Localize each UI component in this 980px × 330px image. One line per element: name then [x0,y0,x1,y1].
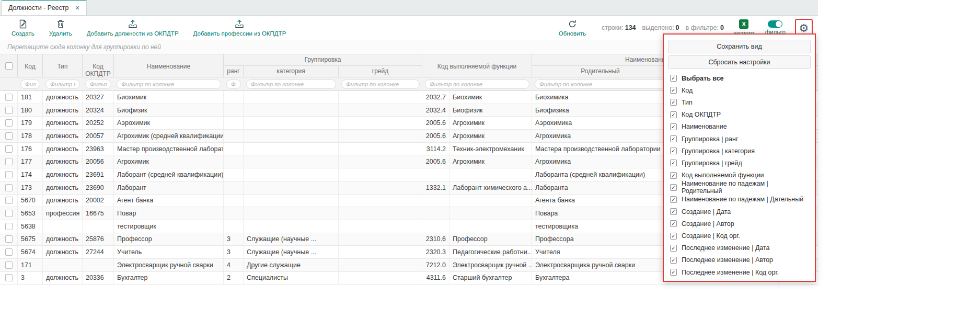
row-checkbox[interactable] [5,261,13,269]
filter-input-grade[interactable] [341,79,420,89]
row-checkbox[interactable] [5,119,13,127]
checkbox-checked-icon[interactable] [670,123,677,130]
filter-input-okpdtr[interactable] [85,79,111,89]
save-view-button[interactable]: Сохранить вид [668,40,811,53]
close-icon[interactable]: ✕ [75,5,79,11]
create-button[interactable]: Создать [4,16,42,40]
checkbox-checked-icon[interactable] [670,245,677,252]
row-checkbox[interactable] [5,197,13,204]
header-grade[interactable]: грейд [339,66,422,77]
header-genitive[interactable]: Родительный [532,66,669,77]
row-checkbox[interactable] [5,184,13,191]
row-checkbox[interactable] [5,107,13,114]
filter-input-type[interactable] [45,79,80,89]
cell-function-name: Техник-электромеханик [449,143,532,155]
filter-input-genitive[interactable] [535,79,666,89]
filter-input-rank[interactable] [226,79,241,89]
checkbox-checked-icon[interactable] [670,75,677,82]
cell-name: Профессор [114,233,224,246]
column-visibility-item[interactable]: Наименование по падежам | Дательный [664,194,815,206]
column-visibility-item[interactable]: Последнее изменение | Автор [664,254,815,266]
filter-input-name[interactable] [117,79,221,89]
cell-type: должность [43,181,83,194]
column-visibility-item[interactable]: Группировка | грейд [664,157,815,169]
header-category[interactable]: категория [244,66,339,77]
add-positions-okpdtr-button[interactable]: Добавить должности из ОКПДТР [79,16,186,40]
toggle-switch-icon[interactable] [768,20,782,28]
column-visibility-item[interactable]: Наименование по падежам | Родительный [664,181,815,194]
cell-code: 174 [18,168,43,181]
checkbox-checked-icon[interactable] [670,135,677,142]
reset-settings-button[interactable]: Сбросить настройки [668,55,811,69]
cell-name: Учитель [114,246,224,258]
checkbox-checked-icon[interactable] [670,99,677,106]
checkbox-checked-icon[interactable] [670,220,677,227]
cell-rank [224,181,244,194]
filter-input-category[interactable] [246,79,336,89]
column-visibility-item[interactable]: Код ОКПДТР [664,109,815,121]
checkbox-checked-icon[interactable] [670,147,677,154]
checkbox-checked-icon[interactable] [670,111,677,118]
row-checkbox[interactable] [5,274,13,281]
cell-genitive: Агрохимика [532,155,669,168]
checkbox-checked-icon[interactable] [670,233,677,240]
delete-button[interactable]: Удалить [42,16,79,40]
checkbox-checked-icon[interactable] [670,257,677,264]
header-type[interactable]: Тип [43,54,83,77]
row-checkbox[interactable] [5,94,13,101]
select-all-checkbox[interactable] [5,62,13,70]
cell-name: тестировщик [114,220,224,233]
column-visibility-item[interactable]: Код выполняемой функции [664,169,815,181]
cell-rank [224,130,244,142]
row-checkbox[interactable] [5,235,13,243]
filter-input-code[interactable] [20,79,40,89]
header-function-code[interactable]: Код выполняемой функции [422,54,532,77]
header-code[interactable]: Код [18,54,43,77]
filter-input-function[interactable] [425,79,529,89]
cell-function-name [449,207,532,220]
checkbox-checked-icon[interactable] [670,196,677,203]
column-visibility-item[interactable]: Последнее изменение | Дата [664,242,815,254]
checkbox-checked-icon[interactable] [670,172,677,179]
checkbox-checked-icon[interactable] [670,269,677,276]
row-checkbox[interactable] [5,248,13,256]
checkbox-checked-icon[interactable] [670,184,677,191]
header-rank[interactable]: ранг [224,66,244,77]
row-checkbox[interactable] [5,223,13,230]
filter-toggle[interactable]: фильтр [764,20,787,35]
column-visibility-item[interactable]: Создание | Автор [664,218,815,230]
add-professions-okpdtr-button[interactable]: Добавить профессии из ОКПДТР [186,16,294,40]
header-name[interactable]: Наименование [114,54,224,77]
row-checkbox[interactable] [5,145,13,153]
row-checkbox[interactable] [5,158,13,165]
row-select-cell [0,259,18,271]
checkbox-checked-icon[interactable] [670,160,677,166]
checkbox-checked-icon[interactable] [670,208,677,215]
row-checkbox[interactable] [5,132,13,140]
tab-bar: Должности - Реестр ✕ [0,0,818,16]
refresh-button[interactable]: Обновить [551,19,593,37]
column-visibility-item[interactable]: Создание | Дата [664,206,815,218]
header-okpdtr[interactable]: Код ОКПДТР [83,54,114,77]
column-visibility-item[interactable]: Тип [664,96,815,108]
row-checkbox[interactable] [5,171,13,178]
cell-function-name: Электросварщик ручной ... [449,259,532,271]
column-visibility-item[interactable]: Наименование [664,121,815,133]
cell-genitive: Профессора [532,233,669,246]
row-select-cell [0,220,18,233]
column-visibility-item[interactable]: Группировка | ранг [664,133,815,145]
cell-genitive: Лаборанта (средней квалификации) [532,168,669,181]
column-visibility-item[interactable]: Последнее изменение | Код орг. [664,266,815,278]
row-checkbox[interactable] [5,210,13,217]
counter-value: 0 [676,24,679,31]
column-visibility-item[interactable]: Код [664,84,815,96]
column-visibility-item[interactable]: Создание | Код орг. [664,230,815,242]
tab-positions-registry[interactable]: Должности - Реестр ✕ [2,0,87,15]
gear-icon[interactable]: ⚙ [799,22,809,33]
column-visibility-item[interactable]: Группировка | категория [664,145,815,157]
cell-function-code: 3114.2 [422,143,449,155]
cell-rank [224,143,244,155]
column-visibility-item[interactable]: Выбрать все [664,72,815,84]
checkbox-checked-icon[interactable] [670,87,677,94]
cell-category [244,117,339,129]
